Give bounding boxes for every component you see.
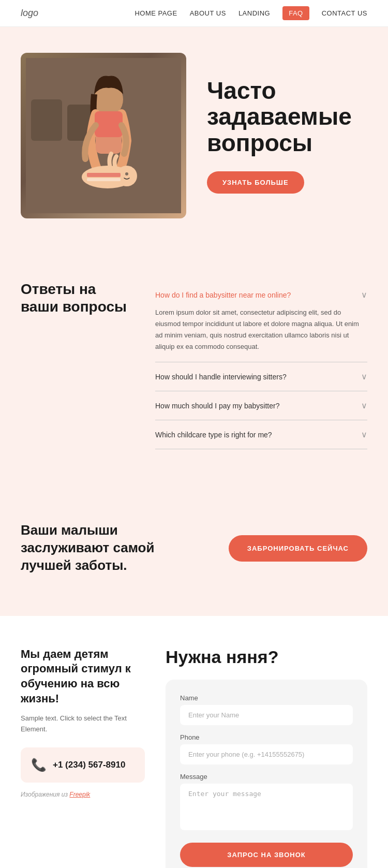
name-input[interactable]: [180, 705, 353, 725]
book-now-button[interactable]: ЗАБРОНИРОВАТЬ СЕЙЧАС: [229, 535, 367, 562]
phone-number: +1 (234) 567-8910: [53, 760, 125, 770]
faq-answer-0: Lorem ipsum dolor sit amet, consectetur …: [155, 307, 367, 352]
faq-question-0[interactable]: How do I find a babysitter near me onlin…: [155, 290, 367, 300]
faq-section-title: Ответы на ваши вопросы: [21, 281, 135, 315]
faq-chevron-icon-0: ∨: [361, 290, 367, 300]
contact-left: Мы даем детям огромный стимул к обучению…: [21, 647, 145, 798]
svg-point-8: [125, 172, 128, 175]
cta-section: Ваши малыши заслуживают самой лучшей заб…: [0, 480, 388, 615]
faq-chevron-icon-2: ∨: [361, 401, 367, 410]
faq-question-text-2: How much should I pay my babysitter?: [155, 402, 279, 410]
message-label: Message: [180, 773, 353, 781]
phone-input[interactable]: [180, 744, 353, 764]
svg-rect-1: [31, 99, 62, 141]
faq-list: How do I find a babysitter near me onlin…: [155, 281, 367, 449]
faq-question-1[interactable]: How should I handle interviewing sitters…: [155, 372, 367, 381]
hero-image: [21, 53, 186, 218]
svg-rect-5: [95, 111, 123, 137]
faq-question-text-3: Which childcare type is right for me?: [155, 431, 272, 439]
faq-item-1: How should I handle interviewing sitters…: [155, 362, 367, 391]
nav-link-about-us[interactable]: ABOUT US: [190, 9, 226, 17]
submit-button[interactable]: ЗАПРОС НА ЗВОНОК: [180, 843, 353, 867]
contact-right: Нужна няня? Name Phone Message ЗАПРОС НА…: [166, 647, 367, 868]
name-label: Name: [180, 694, 353, 702]
contact-form-title: Нужна няня?: [166, 647, 367, 667]
phone-icon: 📞: [31, 758, 47, 772]
message-group: Message: [180, 773, 353, 832]
nav-link-contact-us[interactable]: CONTACT US: [322, 9, 367, 17]
contact-form-box: Name Phone Message ЗАПРОС НА ЗВОНОК: [166, 680, 367, 868]
logo: logo: [21, 8, 38, 19]
nav-link-home-page[interactable]: HOME PAGE: [135, 9, 177, 17]
phone-group: Phone: [180, 733, 353, 764]
phone-label: Phone: [180, 733, 353, 741]
hero-text: Часто задаваемые вопросы УЗНАТЬ БОЛЬШЕ: [207, 78, 367, 194]
contact-section: Мы даем детям огромный стимул к обучению…: [0, 616, 388, 868]
faq-question-text-1: How should I handle interviewing sitters…: [155, 373, 287, 381]
nav-link-faq[interactable]: FAQ: [282, 6, 309, 20]
name-group: Name: [180, 694, 353, 725]
phone-box: 📞 +1 (234) 567-8910: [21, 747, 145, 783]
svg-rect-9: [87, 173, 121, 177]
hero-title: Часто задаваемые вопросы: [207, 78, 367, 156]
contact-left-text: Sample text. Click to select the Text El…: [21, 713, 145, 735]
faq-item-3: Which childcare type is right for me?∨: [155, 420, 367, 449]
faq-item-0: How do I find a babysitter near me onlin…: [155, 281, 367, 362]
message-input[interactable]: [180, 784, 353, 830]
faq-question-2[interactable]: How much should I pay my babysitter?∨: [155, 401, 367, 410]
nav-link-landing[interactable]: LANDING: [238, 9, 270, 17]
faq-chevron-icon-1: ∨: [361, 372, 367, 381]
cta-title: Ваши малыши заслуживают самой лучшей заб…: [21, 522, 166, 574]
faq-section: Ответы на ваши вопросы How do I find a b…: [0, 249, 388, 480]
faq-question-3[interactable]: Which childcare type is right for me?∨: [155, 430, 367, 439]
learn-more-button[interactable]: УЗНАТЬ БОЛЬШЕ: [207, 171, 304, 194]
svg-rect-10: [87, 178, 121, 181]
faq-question-text-0: How do I find a babysitter near me onlin…: [155, 291, 291, 299]
freepik-credit: Изображения из Freepik: [21, 791, 145, 798]
contact-left-title: Мы даем детям огромный стимул к обучению…: [21, 647, 145, 706]
freepik-link[interactable]: Freepik: [69, 791, 90, 798]
navbar: logo HOME PAGEABOUT USLANDINGFAQCONTACT …: [0, 0, 388, 27]
faq-chevron-icon-3: ∨: [361, 430, 367, 439]
nav-links: HOME PAGEABOUT USLANDINGFAQCONTACT US: [135, 6, 367, 20]
hero-section: Часто задаваемые вопросы УЗНАТЬ БОЛЬШЕ: [0, 27, 388, 249]
faq-item-2: How much should I pay my babysitter?∨: [155, 391, 367, 420]
faq-left: Ответы на ваши вопросы: [21, 281, 135, 449]
